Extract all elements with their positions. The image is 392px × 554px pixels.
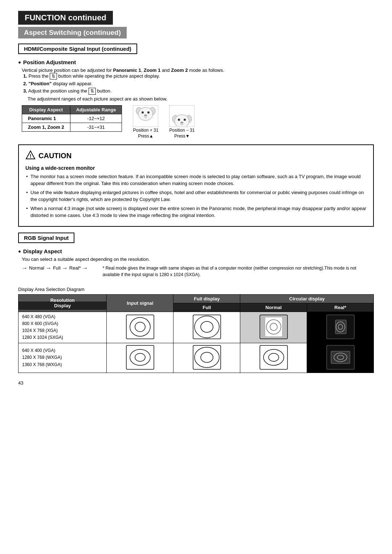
flow-arrow-1: →: [46, 265, 52, 271]
svg-point-4: [147, 111, 150, 114]
flow-wrapper: → Normal → Full → Real* → * Real mode gi…: [22, 265, 374, 282]
res-cell-1: 640 X 480 (VGA)800 X 600 (SVGA)1024 X 76…: [19, 312, 107, 343]
th-full-display: Full display: [173, 294, 240, 303]
monitor-svg-normal-2: [259, 345, 288, 370]
display-aspect-heading: Display Aspect: [18, 248, 374, 254]
button-icon-3: ⇅: [89, 88, 96, 94]
page-number: 43: [18, 380, 374, 386]
pos-plus-label: Position + 31: [133, 128, 159, 133]
position-adjustment-content: Vertical picture position can be adjuste…: [22, 67, 374, 139]
monitor-svg-input-1: [126, 314, 155, 340]
svg-rect-14: [126, 315, 154, 339]
caution-section: ! CAUTION Using a wide-screen monitor Th…: [18, 144, 374, 227]
svg-point-9: [178, 119, 180, 121]
diagram-title: Display Area Selection Diagram: [18, 287, 374, 292]
flow-arrow-2: →: [62, 265, 68, 271]
hdmi-signal-section: HDMI/Composite Signal Input (continued) …: [18, 44, 374, 139]
full-2: [173, 343, 240, 373]
step-1: 1. Press the ⇅ button while operating th…: [23, 73, 374, 79]
th-input-signal: Input signal: [107, 294, 173, 312]
pos-minus-press: Press▼: [174, 134, 190, 139]
svg-point-8: [175, 115, 189, 126]
flow-diagram: → Normal → Full → Real* →: [22, 265, 88, 271]
flow-arrow-end: →: [82, 265, 88, 271]
table-row: 640 X 400 (VGA)1280 X 768 (WXGA)1360 X 7…: [19, 343, 374, 373]
function-title: FUNCTION continued: [18, 11, 113, 25]
svg-rect-28: [126, 345, 154, 369]
step-3: 3. Adjust the position using the ⇅ butto…: [23, 88, 374, 94]
display-intro: You can select a suitable aspect dependi…: [22, 257, 374, 262]
caution-icon-svg: !: [25, 150, 36, 160]
monitor-svg-full-1: [192, 314, 221, 340]
display-aspect-content: You can select a suitable aspect dependi…: [22, 257, 374, 282]
svg-point-2: [138, 107, 153, 120]
range-zoom: -31~+31: [70, 123, 122, 131]
button-icon-1: ⇅: [50, 73, 57, 79]
aspect-switching-header: Aspect Switching (continued): [18, 27, 374, 44]
svg-point-5: [144, 114, 147, 116]
rgb-signal-section: RGB Signal Input Display Aspect You can …: [18, 233, 374, 373]
table-row: 640 X 480 (VGA)800 X 600 (SVGA)1024 X 76…: [19, 312, 374, 343]
monitor-svg-normal-1: [259, 314, 288, 340]
pos-minus-label: Position − 31: [170, 128, 195, 133]
dog-svg-minus: [170, 106, 194, 126]
th-display-sub: Display: [19, 301, 106, 310]
th-circular-display: Circular display: [240, 294, 374, 303]
aspect-zoom: Zoom 1, Zoom 2: [22, 123, 70, 131]
caution-sub-heading: Using a wide-screen monitor: [25, 165, 367, 171]
col-display-aspect: Display Aspect: [22, 105, 70, 114]
flow-real: Real*: [69, 265, 81, 271]
hdmi-signal-title: HDMI/Composite Signal Input (continued): [18, 44, 137, 54]
input-signal-1: [107, 312, 173, 343]
svg-rect-21: [265, 317, 282, 337]
flow-full: Full: [53, 265, 61, 271]
input-signal-2: [107, 343, 173, 373]
th-resolution: Resolution Display: [19, 294, 107, 312]
svg-point-10: [184, 119, 186, 121]
function-header: FUNCTION continued: [18, 11, 374, 27]
res-cell-2: 640 X 400 (VGA)1280 X 768 (WXGA)1360 X 7…: [19, 343, 107, 373]
step-2: 2. "Position" display will appear.: [23, 81, 374, 86]
normal-1: [240, 312, 307, 343]
position-plus-31: Position + 31 Press▲: [133, 105, 158, 139]
position-intro: Vertical picture position can be adjuste…: [22, 67, 374, 73]
svg-rect-31: [193, 345, 221, 369]
monitor-svg-real-2: [326, 345, 355, 370]
normal-2: [240, 343, 307, 373]
position-illustrations: Position + 31 Press▲: [133, 105, 195, 139]
svg-point-3: [142, 111, 144, 114]
range-panoramic: -12~+12: [70, 114, 122, 123]
aspect-panoramic: Panoramic 1: [22, 114, 70, 123]
diagram-section: Display Area Selection Diagram Resolutio…: [18, 287, 374, 373]
svg-rect-34: [260, 345, 287, 369]
aspect-title: Aspect Switching (continued): [18, 27, 127, 38]
dog-svg-plus: [134, 106, 158, 126]
col-adjustable-range: Adjustable Range: [70, 105, 122, 114]
svg-text:!: !: [30, 153, 32, 159]
table-row: Zoom 1, Zoom 2 -31~+31: [22, 123, 122, 131]
svg-rect-17: [193, 315, 221, 339]
caution-bullet-2: Use of the wide feature displaying enlar…: [25, 189, 367, 203]
caution-triangle-icon: !: [25, 150, 36, 161]
position-adjustment-heading: Position Adjustment: [18, 59, 374, 65]
th-full: Full: [173, 303, 240, 312]
flow-arrow-start: →: [22, 265, 28, 271]
th-real: Real*: [307, 303, 374, 312]
real-2: [307, 343, 374, 373]
caution-title: CAUTION: [38, 152, 72, 160]
monitor-svg-full-2: [192, 345, 221, 370]
real-1: [307, 312, 374, 343]
rgb-signal-title: RGB Signal Input: [18, 233, 74, 243]
real-note: * Real mode gives the image with same sh…: [103, 265, 374, 278]
svg-point-11: [180, 122, 183, 123]
caution-bullet-1: The monitor has a screen mode selection …: [25, 173, 367, 187]
dog-face-plus: [133, 105, 158, 127]
position-minus-31: Position − 31 Press▼: [169, 105, 195, 139]
flow-normal: Normal: [29, 265, 44, 271]
display-selection-table: Resolution Display Input signal Full dis…: [18, 294, 374, 373]
monitor-svg-input-2: [126, 345, 155, 370]
adj-range-note: The adjustment ranges of each picture as…: [28, 96, 374, 102]
adjustment-table: Display Aspect Adjustable Range Panorami…: [22, 105, 122, 132]
dog-face-minus: [169, 105, 195, 127]
caution-header: ! CAUTION: [25, 150, 367, 161]
